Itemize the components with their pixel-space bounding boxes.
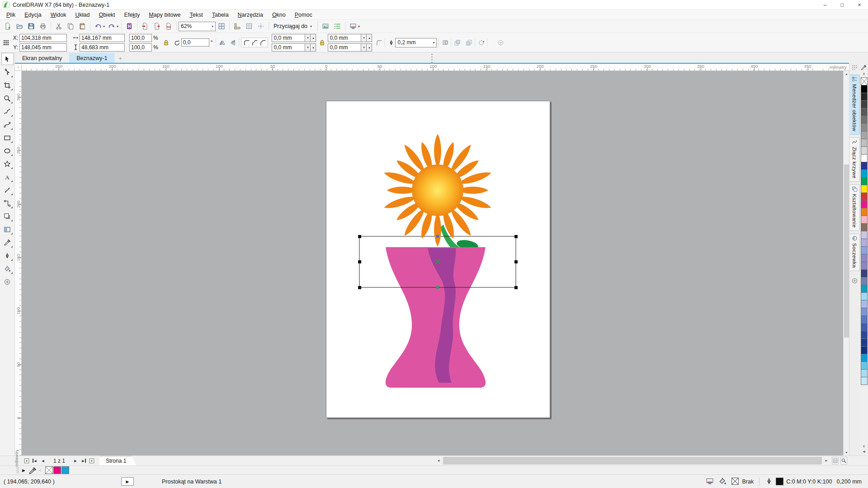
docker-tab-kształtowanie[interactable]: Kształtowanie <box>850 184 860 231</box>
object-height-field[interactable]: 48,683 mm <box>80 43 125 52</box>
scroll-right-button[interactable]: ► <box>823 456 830 465</box>
cut-button[interactable] <box>53 21 65 32</box>
palette-swatch[interactable] <box>861 154 868 162</box>
mirror-vertical-button[interactable] <box>229 38 237 47</box>
crop-tool[interactable] <box>1 79 14 91</box>
palette-swatch[interactable] <box>861 292 868 300</box>
export-button[interactable] <box>151 21 163 32</box>
minimize-button[interactable]: – <box>816 0 834 9</box>
palette-swatch[interactable] <box>861 369 868 377</box>
rectangle-tool[interactable] <box>1 131 14 144</box>
last-page-button[interactable]: ► <box>80 457 88 465</box>
image-adjust-button[interactable] <box>320 21 331 32</box>
x-position-field[interactable]: 104,318 mm <box>19 34 67 42</box>
close-button[interactable]: × <box>851 0 868 9</box>
undo-button[interactable] <box>92 21 104 32</box>
palette-swatch[interactable] <box>861 331 868 339</box>
palette-swatch[interactable] <box>861 254 868 262</box>
vertical-scrollbar[interactable]: ▲ ▼ <box>843 71 849 455</box>
transparency-tool[interactable] <box>1 223 14 235</box>
dimension-tool[interactable] <box>1 184 14 196</box>
mirror-horizontal-button[interactable] <box>218 38 226 47</box>
wrap-text-button[interactable] <box>441 38 449 47</box>
print-button[interactable] <box>37 21 49 32</box>
zoom-navigator-button[interactable] <box>840 457 847 465</box>
horizontal-ruler[interactable]: milimetry 250200150100500501001502002503… <box>15 64 849 71</box>
palette-swatch[interactable] <box>861 308 868 316</box>
document-navigator-button[interactable] <box>832 457 839 465</box>
save-document-button[interactable] <box>25 21 37 32</box>
palette-swatch[interactable] <box>861 269 868 277</box>
spin-down-button[interactable]: ▾ <box>361 43 367 52</box>
convert-to-curves-button[interactable] <box>477 38 485 47</box>
pick-tool[interactable] <box>1 53 14 65</box>
add-page-button-right[interactable] <box>88 457 96 465</box>
palette-expand-button[interactable]: ▶ <box>22 468 25 473</box>
rotation-angle-field[interactable]: 0,0 <box>181 38 209 47</box>
open-document-button[interactable] <box>14 21 25 32</box>
y-position-field[interactable]: 148,045 mm <box>19 43 67 52</box>
text-tool[interactable]: A <box>1 171 14 183</box>
palette-swatch[interactable] <box>861 338 868 347</box>
scroll-left-button[interactable]: ◄ <box>435 456 442 465</box>
outline-status-icon[interactable] <box>765 477 772 486</box>
spin-up-button[interactable]: ▴ <box>367 34 372 42</box>
palette-swatch[interactable] <box>861 146 868 155</box>
color-settings-icon[interactable] <box>706 477 715 486</box>
application-window-button[interactable] <box>347 21 359 32</box>
palette-swatch[interactable] <box>861 315 868 324</box>
docker-tab-soczewka[interactable]: Soczewka <box>850 234 860 271</box>
palette-swatch[interactable] <box>861 277 868 285</box>
maximize-button[interactable]: □ <box>834 0 851 9</box>
show-rulers-button[interactable] <box>231 21 243 32</box>
scalloped-corner-button[interactable] <box>250 38 259 47</box>
palette-swatch[interactable] <box>861 208 868 216</box>
palette-swatch[interactable] <box>861 93 868 101</box>
horizontal-scroll-thumb[interactable] <box>443 457 822 465</box>
menu-obiekt[interactable]: Obiekt <box>94 11 119 19</box>
spin-up-button[interactable]: ▴ <box>311 34 316 42</box>
zoom-tool[interactable] <box>1 92 14 104</box>
palette-swatch[interactable] <box>861 162 868 170</box>
menu-narzędzia[interactable]: Narzędzia <box>233 11 268 19</box>
menu-mapy-bitowe[interactable]: Mapy bitowe <box>144 11 185 19</box>
copy-button[interactable] <box>65 21 76 32</box>
palette-swatch[interactable] <box>861 300 868 308</box>
edit-corners-together-icon[interactable] <box>318 38 326 47</box>
zoom-fit-button[interactable] <box>216 21 227 32</box>
palette-swatch[interactable] <box>861 361 868 370</box>
task-list-button[interactable] <box>331 21 343 32</box>
palette-swatch[interactable] <box>861 177 868 185</box>
page[interactable] <box>326 101 550 418</box>
menu-plik[interactable]: Plik <box>2 11 20 19</box>
palette-swatch[interactable] <box>861 185 868 193</box>
document-palette-eyedropper-icon[interactable] <box>28 467 36 474</box>
menu-tekst[interactable]: Tekst <box>185 11 208 19</box>
add-tools-button[interactable] <box>1 276 14 288</box>
palette-swatch[interactable] <box>861 108 868 116</box>
publish-pdf-button[interactable]: PDF <box>163 21 175 32</box>
bezier-tool[interactable] <box>1 118 14 131</box>
palette-swatch[interactable] <box>861 231 868 239</box>
scroll-up-button[interactable]: ▲ <box>844 71 849 77</box>
spin-down-button[interactable]: ▾ <box>305 34 311 42</box>
corner-radius-field-3[interactable]: 0,0 mm <box>272 43 305 52</box>
corner-radius-field-2[interactable]: 0,0 mm <box>328 34 361 42</box>
palette-scroll-down-button[interactable]: ∨ <box>863 444 865 449</box>
to-front-button[interactable] <box>453 38 461 47</box>
application-window-dropdown[interactable]: ▾ <box>358 24 360 28</box>
undo-dropdown[interactable]: ▾ <box>103 24 105 28</box>
freehand-tool[interactable] <box>1 105 14 117</box>
palette-swatch[interactable] <box>861 85 868 93</box>
palette-swatch[interactable] <box>861 246 868 254</box>
drawing-canvas[interactable]: 300250200150100500 <box>15 71 849 455</box>
status-flyout-button[interactable]: ▶ <box>121 477 134 486</box>
ruler-origin-button[interactable]: ⁘ <box>15 64 22 71</box>
show-guidelines-button[interactable] <box>255 21 267 32</box>
first-page-button[interactable]: ◄ <box>31 457 39 465</box>
palette-drag-handle[interactable] <box>16 467 19 474</box>
scroll-down-button[interactable]: ▼ <box>844 450 849 455</box>
shape-tool[interactable] <box>1 66 14 78</box>
add-docker-button[interactable] <box>851 277 858 286</box>
palette-collapse-button[interactable]: < <box>39 468 41 473</box>
